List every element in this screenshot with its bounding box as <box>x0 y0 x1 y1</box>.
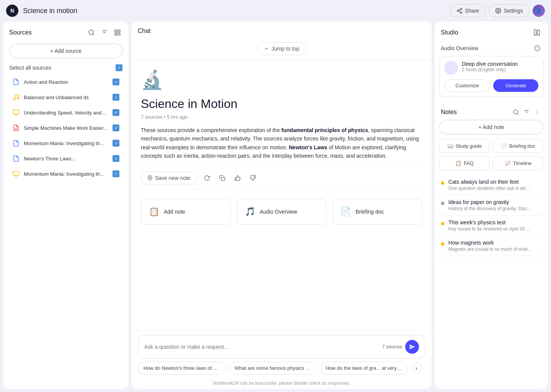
note-item-2[interactable]: ■ This week's physics test Key issues to… <box>439 216 543 236</box>
chat-panel: Chat Jump to top 🔬 Science in Motion 7 s… <box>132 21 432 389</box>
user-avatar[interactable]: 👤 <box>533 5 545 17</box>
note-icon-0: ■ <box>441 180 445 191</box>
source-checkbox-4[interactable]: ✓ <box>112 140 119 147</box>
save-note-button[interactable]: Save new note <box>141 172 197 185</box>
notes-header-icons <box>511 108 542 117</box>
source-icon-2 <box>12 109 20 116</box>
source-name-1: Balanced and Unbalanced ds <box>24 95 109 100</box>
add-source-button[interactable]: + Add source <box>9 44 122 58</box>
studio-layout-button[interactable] <box>532 28 542 38</box>
generate-button[interactable]: Generate <box>493 79 538 92</box>
thumbs-up-button[interactable] <box>232 173 243 183</box>
note-shortcuts: 📖 Study guide 📄 Briefing doc 📋 FAQ 📈 Tim… <box>439 139 543 170</box>
source-checkbox-6[interactable]: ✓ <box>112 170 119 177</box>
suggestion-chip-2[interactable]: How do the laws of gra... at very high s… <box>320 362 408 374</box>
thumbs-down-icon <box>250 175 256 181</box>
settings-button[interactable]: Settings <box>489 4 530 17</box>
chat-hero-icon: 🔬 <box>141 69 422 91</box>
jump-to-top-area: Jump to top <box>132 38 432 60</box>
source-item-3[interactable]: Simple Machines Make Work Easier... ✓ <box>6 120 126 136</box>
notes-more-button[interactable] <box>533 108 542 117</box>
select-all-row[interactable]: Select all sources ✓ <box>3 61 129 74</box>
source-checkbox-3[interactable]: ✓ <box>112 124 119 131</box>
deep-dive-title: Deep dive conversation <box>462 61 538 67</box>
thumbs-up-icon <box>235 175 241 181</box>
svg-point-6 <box>89 30 93 34</box>
source-item-1[interactable]: Balanced and Unbalanced ds ✓ <box>6 90 126 105</box>
note-body-3: How magnets work Magnets are crucial to … <box>448 240 542 252</box>
chat-input[interactable] <box>144 344 382 350</box>
note-icon-3: ■ <box>441 240 445 252</box>
svg-point-36 <box>537 110 538 111</box>
app-title: Science in motion <box>23 7 445 15</box>
source-checkbox-1[interactable]: ✓ <box>112 94 119 101</box>
note-preview-2: Key issues to be reviewed on April 20 ex… <box>448 226 533 232</box>
info-icon <box>534 45 540 51</box>
notes-search-button[interactable] <box>511 108 520 117</box>
refresh-icon <box>204 175 210 181</box>
notes-search-icon <box>513 109 519 115</box>
source-item-2[interactable]: Understanding Speed, Velocity and... ✓ <box>6 105 126 120</box>
study-guide-button[interactable]: 📖 Study guide <box>439 139 490 153</box>
audio-overview-info-button[interactable] <box>533 44 542 53</box>
source-item-4[interactable]: Momentum Mania: Investigating th... ✓ <box>6 136 126 151</box>
more-dots-icon <box>534 109 540 115</box>
note-item-3[interactable]: ■ How magnets work Magnets are crucial t… <box>439 236 543 256</box>
send-button[interactable] <box>405 340 419 354</box>
svg-rect-13 <box>115 33 117 35</box>
deep-dive-actions: Customize Generate <box>444 79 538 92</box>
source-checkbox-0[interactable]: ✓ <box>112 78 119 85</box>
quick-action-audio-overview[interactable]: 🎵 Audio Overview <box>237 199 327 225</box>
audio-overview-quick-icon: 🎵 <box>245 207 255 217</box>
source-name-6: Momentum Mania: Investigating th... <box>24 171 109 177</box>
chat-footer-note: NotebookLM can be inaccurate, please dou… <box>132 377 432 389</box>
pin-icon <box>147 175 153 181</box>
refresh-button[interactable] <box>202 173 212 183</box>
svg-point-0 <box>460 8 462 10</box>
notes-filter-button[interactable] <box>522 108 531 117</box>
sources-panel: Sources + Add source Select all sources … <box>3 21 129 389</box>
source-name-3: Simple Machines Make Work Easier... <box>24 125 109 131</box>
customize-button[interactable]: Customize <box>444 79 490 92</box>
quick-action-add-note[interactable]: 📋 Add note <box>141 199 231 225</box>
suggestion-chip-1[interactable]: What are some famous physics experiments… <box>229 362 317 374</box>
source-icon-0 <box>12 78 20 86</box>
thumbs-down-button[interactable] <box>248 173 258 183</box>
source-checkbox-2[interactable]: ✓ <box>112 109 119 116</box>
note-item-0[interactable]: ■ Cats always land on their feet One que… <box>439 175 543 195</box>
source-item-5[interactable]: Newton's Three Laws... ✓ <box>6 151 126 166</box>
share-button[interactable]: Share <box>450 4 486 17</box>
source-name-2: Understanding Speed, Velocity and... <box>24 110 109 116</box>
svg-rect-12 <box>118 30 120 32</box>
jump-to-top-button[interactable]: Jump to top <box>257 42 306 55</box>
note-item-1[interactable]: ■ Ideas for paper on gravity History of … <box>439 195 543 216</box>
add-note-button[interactable]: + Add note <box>439 120 543 134</box>
source-item-0[interactable]: Action and Reaction ✓ <box>6 74 126 90</box>
sources-panel-header: Sources <box>3 21 129 41</box>
sources-filter-button[interactable] <box>99 28 109 38</box>
svg-line-3 <box>459 11 461 12</box>
copy-button[interactable] <box>217 173 228 183</box>
chat-desc-bold2: Newton's Laws <box>289 144 328 150</box>
chat-actions: Save new note <box>141 167 422 189</box>
briefing-doc-icon: 📄 <box>501 143 507 149</box>
select-all-checkbox[interactable]: ✓ <box>116 64 122 71</box>
audio-overview-header: Audio Overview <box>439 41 543 56</box>
svg-line-4 <box>459 9 461 10</box>
timeline-button[interactable]: 📈 Timeline <box>493 156 543 170</box>
chat-content: 🔬 Science in Motion 7 sources • 5 hrs ag… <box>132 60 432 330</box>
svg-point-38 <box>537 114 538 114</box>
suggestions-next-button[interactable]: › <box>411 363 422 374</box>
sources-layout-button[interactable] <box>112 28 122 38</box>
quick-action-briefing-doc[interactable]: 📄 Briefing doc <box>333 199 422 225</box>
source-checkbox-5[interactable]: ✓ <box>112 155 119 162</box>
source-item-6[interactable]: Momentum Mania: Investigating th... ✓ <box>6 166 126 181</box>
chat-desc-bold1: fundamental principles of physics <box>281 127 368 133</box>
briefing-doc-button[interactable]: 📄 Briefing doc <box>493 139 543 153</box>
svg-point-32 <box>514 110 518 114</box>
suggestion-chip-0[interactable]: How do Newton's three laws of motion exp… <box>138 362 226 374</box>
note-body-0: Cats always land on their feet One quest… <box>448 179 542 191</box>
sources-search-button[interactable] <box>86 28 96 38</box>
faq-button[interactable]: 📋 FAQ <box>439 156 490 170</box>
waveform-icon <box>448 64 455 71</box>
